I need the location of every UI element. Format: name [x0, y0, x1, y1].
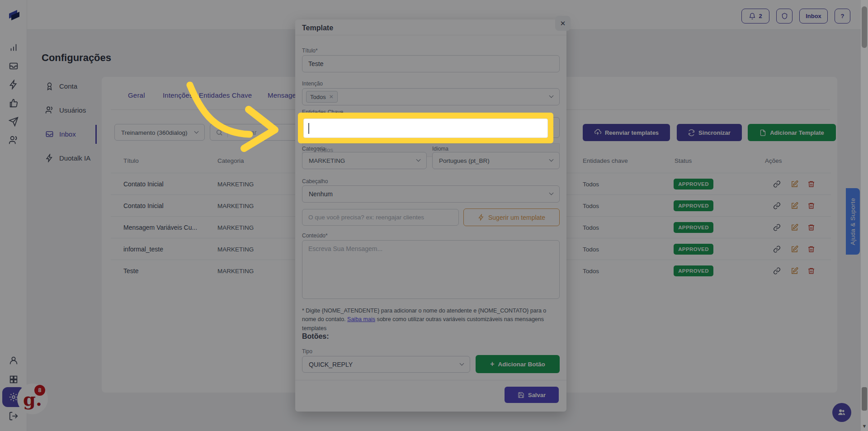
text-caret	[308, 123, 309, 134]
scrollbar-marker	[862, 387, 867, 411]
annotation-arrow	[172, 71, 289, 156]
dim-overlay	[0, 0, 868, 431]
entidades-chave-input[interactable]	[303, 118, 548, 138]
scrollbar-thumb[interactable]	[862, 6, 867, 48]
scrollbar-down-arrow[interactable]: ▼	[861, 423, 868, 430]
scrollbar-track[interactable]	[861, 0, 868, 431]
app-root: Duotalk Treinamentos + 2 Inbox ? Configu…	[0, 0, 868, 431]
